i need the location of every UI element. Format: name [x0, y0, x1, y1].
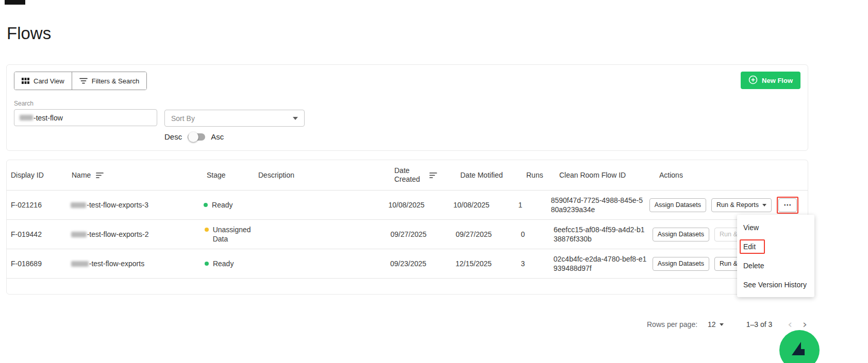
filters-search-button[interactable]: Filters & Search [72, 72, 146, 90]
name-suffix: -test-flow-exports-2 [87, 230, 149, 238]
redacted-text [20, 115, 33, 120]
name-cell: -test-flow-exports-3 [71, 201, 204, 209]
stage-cell: Unassigned Data [205, 225, 256, 244]
actions-cell: Assign Datasets Run & Reports ⋯ [649, 197, 804, 214]
new-flow-button[interactable]: New Flow [741, 72, 800, 89]
new-flow-label: New Flow [762, 77, 793, 84]
row-actions-menu: View Edit Delete See Version History [737, 215, 814, 297]
assign-datasets-label: Assign Datasets [655, 201, 701, 209]
name-cell: -test-flow-exports [71, 260, 205, 268]
menu-item-edit[interactable]: Edit [737, 237, 814, 256]
top-left-black-bar [5, 0, 25, 5]
date-modified-cell: 12/15/2025 [456, 260, 521, 268]
menu-item-view[interactable]: View [737, 218, 814, 237]
name-cell: -test-flow-exports-2 [71, 230, 205, 238]
sort-by-select[interactable]: Sort By [164, 110, 305, 127]
chevron-down-icon [720, 323, 724, 326]
date-created-cell: 09/27/2025 [390, 230, 456, 238]
display-id-cell: F-019442 [11, 230, 71, 238]
menu-item-see-version-history[interactable]: See Version History [737, 275, 814, 294]
edit-highlight-box: Edit [740, 239, 765, 254]
date-created-cell: 10/08/2025 [388, 201, 453, 209]
name-suffix: -test-flow-exports [89, 260, 144, 268]
runs-cell: 0 [521, 230, 554, 238]
date-modified-cell: 10/08/2025 [454, 201, 519, 209]
assign-datasets-button[interactable]: Assign Datasets [653, 228, 709, 241]
grid-icon [22, 78, 29, 84]
menu-item-edit-label: Edit [743, 243, 756, 251]
search-value: -test-flow [34, 114, 63, 122]
sort-by-placeholder: Sort By [171, 114, 195, 123]
stage-label: Ready [213, 259, 233, 268]
assign-datasets-button[interactable]: Assign Datasets [653, 257, 709, 271]
table-row: F-019442 -test-flow-exports-2 Unassigned… [7, 220, 808, 249]
header-runs: Runs [526, 171, 559, 179]
rows-per-page-select[interactable]: 12 [708, 320, 724, 329]
card-view-button[interactable]: Card View [14, 72, 72, 90]
flows-table-panel: Display ID Name Stage Description Date C… [6, 160, 808, 295]
header-name: Name [72, 171, 207, 179]
run-reports-button[interactable]: Run & Reports [711, 198, 772, 212]
assign-datasets-label: Assign Datasets [658, 260, 704, 267]
card-view-label: Card View [34, 77, 64, 85]
runs-cell: 3 [521, 260, 553, 268]
sort-icon[interactable] [429, 172, 438, 179]
header-name-label: Name [72, 171, 91, 179]
run-reports-label: Run & Reports [716, 201, 759, 209]
display-id-cell: F-018689 [11, 260, 71, 268]
search-field-label: Search [14, 100, 157, 107]
status-dot-unassigned [205, 228, 209, 232]
previous-page-button[interactable]: ‹ [788, 319, 792, 330]
sort-order-toggle-group: Desc Asc [164, 132, 224, 141]
flow-id-cell: 02c4b4fc-e2da-4780-bef8-e1939488d97f [554, 254, 653, 273]
menu-item-delete-label: Delete [743, 262, 764, 270]
switch-knob [188, 132, 198, 142]
header-stage: Stage [207, 171, 258, 179]
desc-label: Desc [164, 132, 182, 141]
chevron-down-icon [293, 117, 298, 120]
header-date-created: Date Created [394, 166, 460, 184]
name-suffix: -test-flow-exports-3 [87, 201, 148, 209]
header-actions: Actions [659, 171, 804, 179]
view-toggle-group: Card View Filters & Search [14, 72, 147, 90]
table-row: F-018689 -test-flow-exports Ready 09/23/… [7, 249, 808, 279]
assistant-logo-icon [789, 340, 807, 360]
toolbar-panel: Card View Filters & Search New Flow Sear… [6, 64, 808, 151]
runs-cell: 1 [519, 201, 551, 209]
header-date-modified: Date Motified [460, 171, 526, 179]
stage-label: Ready [212, 200, 232, 210]
filters-search-label: Filters & Search [92, 77, 139, 85]
menu-item-view-label: View [743, 223, 759, 232]
header-description: Description [258, 171, 394, 179]
date-created-cell: 09/23/2025 [390, 260, 456, 268]
assistant-fab-button[interactable] [779, 330, 820, 363]
pagination-range: 1–3 of 3 [746, 320, 773, 329]
display-id-cell: F-021216 [11, 201, 71, 209]
table-row: F-021216 -test-flow-exports-3 Ready 10/0… [7, 191, 808, 220]
chevron-down-icon [762, 204, 766, 206]
header-date-created-label: Date Created [394, 166, 424, 184]
sort-order-switch[interactable] [188, 133, 205, 141]
search-input[interactable]: -test-flow [14, 109, 157, 126]
status-dot-ready [204, 203, 208, 207]
status-dot-ready [205, 262, 209, 266]
more-actions-button[interactable]: ⋯ [778, 198, 797, 212]
menu-item-see-version-history-label: See Version History [743, 281, 807, 289]
menu-item-delete[interactable]: Delete [737, 256, 814, 275]
next-page-button[interactable]: › [803, 319, 807, 330]
assign-datasets-button[interactable]: Assign Datasets [649, 198, 706, 212]
page-title: Flows [7, 24, 51, 43]
filter-icon [79, 78, 88, 84]
flow-id-cell: 8590f47d-7725-4988-845e-580a9239a34e [551, 196, 649, 214]
date-modified-cell: 09/27/2025 [456, 230, 521, 238]
redacted-text [71, 261, 89, 267]
header-display-id: Display ID [11, 171, 72, 179]
table-header-row: Display ID Name Stage Description Date C… [7, 160, 808, 191]
stage-label: Unassigned Data [213, 225, 251, 244]
more-icon: ⋯ [783, 200, 792, 210]
sort-icon[interactable] [96, 172, 104, 179]
stage-cell: Ready [205, 259, 256, 268]
stage-cell: Ready [204, 200, 255, 210]
rows-per-page-label: Rows per page: [647, 320, 697, 329]
search-group: Search -test-flow [14, 100, 157, 126]
